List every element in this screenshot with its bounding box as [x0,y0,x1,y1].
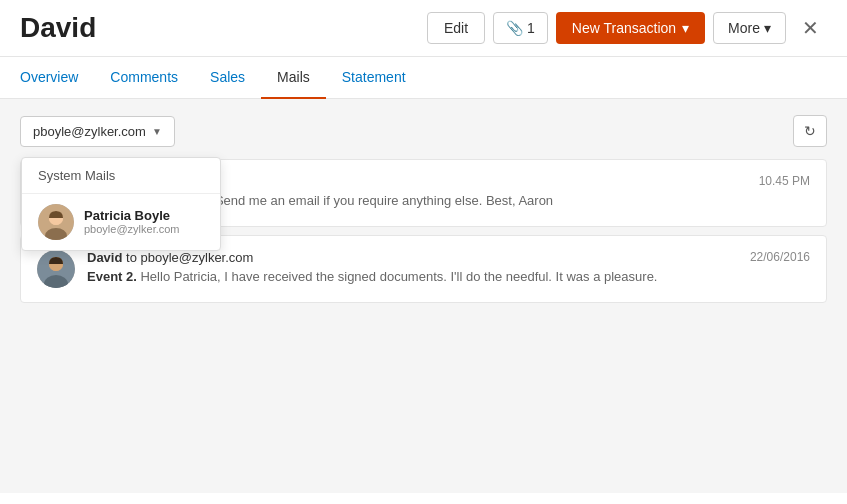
mail-header: David to pboyle@zylker.com Event 2. Hell… [37,250,810,288]
tab-statement[interactable]: Statement [326,57,422,99]
mail-avatar-david [37,250,75,288]
mail-to-label: to [126,250,140,265]
more-button[interactable]: More ▾ [713,12,786,44]
header-actions: Edit 📎 1 New Transaction ▾ More ▾ ✕ [427,12,827,44]
patricia-avatar [38,204,74,240]
close-button[interactable]: ✕ [794,12,827,44]
mail-from: David to pboyle@zylker.com [87,250,738,265]
mail-preview: Event 2. Hello Patricia, I have received… [87,269,738,284]
contact-info: Patricia Boyle pboyle@zylker.com [84,208,180,235]
mail-date: 22/06/2016 [750,250,810,264]
email-dropdown-menu: System Mails Patricia B [21,157,221,251]
tab-comments[interactable]: Comments [94,57,194,99]
mail-preview-text: Hello Patricia, I have received the sign… [140,269,657,284]
tab-sales[interactable]: Sales [194,57,261,99]
attachment-button[interactable]: 📎 1 [493,12,548,44]
dropdown-arrow-icon: ▼ [152,126,162,137]
chevron-down-icon: ▾ [764,20,771,36]
tab-mails[interactable]: Mails [261,57,326,99]
filter-bar: pboyle@zylker.com ▼ System Mails [20,115,827,147]
header: David Edit 📎 1 New Transaction ▾ More ▾ … [0,0,847,57]
contact-email: pboyle@zylker.com [84,223,180,235]
mail-event-label: Event 2. [87,269,137,284]
mail-sender-name: David [87,250,122,265]
new-transaction-button[interactable]: New Transaction ▾ [556,12,705,44]
mail-body: David to pboyle@zylker.com Event 2. Hell… [87,250,738,284]
page-title: David [20,12,427,44]
contact-name: Patricia Boyle [84,208,180,223]
system-mails-item[interactable]: System Mails [22,158,220,193]
new-transaction-label: New Transaction [572,20,676,36]
refresh-button[interactable]: ↻ [793,115,827,147]
chevron-down-icon: ▾ [682,20,689,36]
tab-overview[interactable]: Overview [20,57,94,99]
mail-time: 10.45 PM [759,174,810,188]
tabs-bar: Overview Comments Sales Mails Statement [0,57,847,99]
paperclip-icon: 📎 [506,20,523,36]
attachment-count: 1 [527,20,535,36]
contact-patricia-item[interactable]: Patricia Boyle pboyle@zylker.com [22,194,220,250]
email-filter-dropdown[interactable]: pboyle@zylker.com ▼ System Mails [20,116,175,147]
edit-button[interactable]: Edit [427,12,485,44]
current-email: pboyle@zylker.com [33,124,146,139]
content-area: pboyle@zylker.com ▼ System Mails [0,99,847,493]
mail-recipient: pboyle@zylker.com [141,250,254,265]
more-label: More [728,20,760,36]
